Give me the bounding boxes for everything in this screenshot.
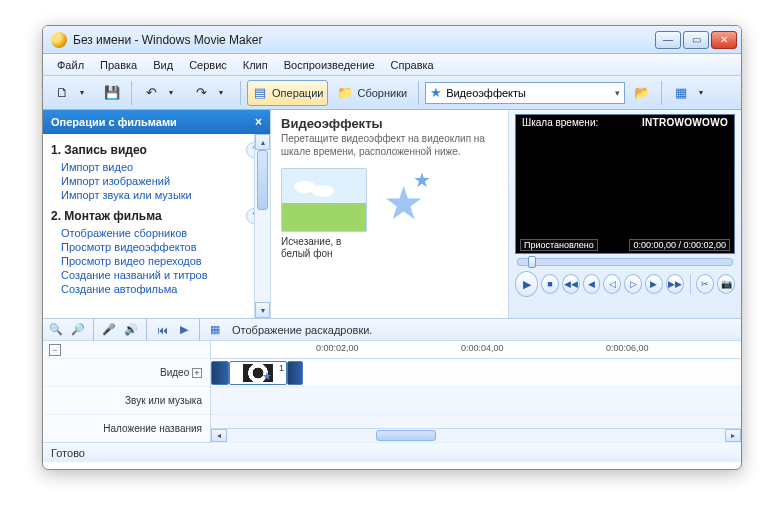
effect-name: Исчезание, в белый фон bbox=[281, 236, 373, 260]
next-button[interactable]: ▶▶ bbox=[666, 274, 684, 294]
audio-levels-button[interactable]: 🔊 bbox=[122, 321, 140, 339]
section-header[interactable]: 1. Запись видео ˄ bbox=[51, 140, 262, 160]
preview-monitor: Шкала времени: INTROWOWOWO Приостановлен… bbox=[515, 114, 735, 254]
menu-clip[interactable]: Клип bbox=[235, 56, 276, 74]
rewind-button[interactable]: ◀ bbox=[583, 274, 601, 294]
view-mode-button[interactable]: ▦▾ bbox=[668, 80, 714, 106]
chevron-down-icon: ▾ bbox=[615, 88, 620, 98]
star-icon: ★ bbox=[430, 85, 442, 100]
window-buttons: — ▭ ✕ bbox=[655, 31, 737, 49]
clip-third[interactable] bbox=[287, 361, 303, 385]
storyboard-label[interactable]: Отображение раскадровки. bbox=[232, 324, 372, 336]
location-combo[interactable]: ★ Видеоэффекты ▾ bbox=[425, 82, 625, 104]
redo-button[interactable]: ↷▾ bbox=[188, 80, 234, 106]
separator bbox=[93, 318, 94, 342]
chevron-down-icon: ▾ bbox=[213, 85, 229, 101]
seek-thumb[interactable] bbox=[528, 256, 536, 268]
video-track[interactable]: ★ bbox=[211, 359, 741, 387]
track-label-title: Наложение названия bbox=[43, 415, 210, 443]
step-fwd-button[interactable]: ▷ bbox=[624, 274, 642, 294]
scroll-left-icon[interactable]: ◂ bbox=[211, 429, 227, 442]
section-header[interactable]: 2. Монтаж фильма ˄ bbox=[51, 206, 262, 226]
tasks-scrollbar[interactable]: ▴ ▾ bbox=[254, 134, 270, 318]
menu-file[interactable]: Файл bbox=[49, 56, 92, 74]
save-button[interactable]: 💾 bbox=[99, 80, 125, 106]
folder-up-icon: 📂 bbox=[634, 85, 650, 101]
undo-button[interactable]: ↶▾ bbox=[138, 80, 184, 106]
track-label-video: Видео + bbox=[43, 359, 210, 387]
prev-button[interactable]: ◀◀ bbox=[562, 274, 580, 294]
zoom-out-button[interactable]: 🔎 bbox=[69, 321, 87, 339]
tracks-area: 0:00:02,00 0:00:04,00 0:00:06,00 ★ ◂ ▸ bbox=[211, 341, 741, 442]
time-tick: 0:00:02,00 bbox=[316, 343, 359, 353]
menu-help[interactable]: Справка bbox=[383, 56, 442, 74]
tasks-header-label: Операции с фильмами bbox=[51, 116, 177, 128]
task-automovie[interactable]: Создание автофильма bbox=[51, 282, 262, 296]
section-title: 2. Монтаж фильма bbox=[51, 209, 162, 223]
narrate-button[interactable]: 🎤 bbox=[100, 321, 118, 339]
zoom-in-button[interactable]: 🔍 bbox=[47, 321, 65, 339]
close-icon[interactable]: × bbox=[255, 115, 262, 129]
save-icon: 💾 bbox=[104, 85, 120, 101]
snapshot-button[interactable]: 📷 bbox=[717, 274, 735, 294]
storyboard-toggle[interactable]: ▦ bbox=[206, 321, 224, 339]
menu-tools[interactable]: Сервис bbox=[181, 56, 235, 74]
task-import-audio[interactable]: Импорт звука или музыки bbox=[51, 188, 262, 202]
separator bbox=[146, 318, 147, 342]
collections-button[interactable]: 📁Сборники bbox=[332, 80, 412, 106]
scroll-thumb[interactable] bbox=[376, 430, 436, 441]
new-project-button[interactable]: 🗋▾ bbox=[49, 80, 95, 106]
task-import-video[interactable]: Импорт видео bbox=[51, 160, 262, 174]
forward-button[interactable]: ▶ bbox=[645, 274, 663, 294]
task-view-transitions[interactable]: Просмотр видео переходов bbox=[51, 254, 262, 268]
separator bbox=[418, 81, 419, 105]
step-back-button[interactable]: ◁ bbox=[603, 274, 621, 294]
scroll-down-icon[interactable]: ▾ bbox=[255, 302, 270, 318]
preview-header: Шкала времени: INTROWOWOWO bbox=[516, 115, 734, 130]
stop-button[interactable]: ■ bbox=[541, 274, 559, 294]
seek-slider[interactable] bbox=[517, 258, 733, 266]
preview-state: Приостановлено bbox=[520, 239, 598, 251]
scroll-thumb[interactable] bbox=[257, 150, 268, 210]
menu-view[interactable]: Вид bbox=[145, 56, 181, 74]
content-title: Видеоэффекты bbox=[281, 116, 498, 131]
up-level-button[interactable]: 📂 bbox=[629, 80, 655, 106]
minimize-button[interactable]: — bbox=[655, 31, 681, 49]
undo-icon: ↶ bbox=[143, 85, 159, 101]
preview-footer: Приостановлено 0:00:00,00 / 0:00:02,00 bbox=[520, 239, 730, 251]
effect-item[interactable]: Исчезание, в белый фон bbox=[281, 168, 373, 260]
expand-icon[interactable]: + bbox=[192, 368, 202, 378]
task-view-effects[interactable]: Просмотр видеоэффектов bbox=[51, 240, 262, 254]
time-ruler[interactable]: 0:00:02,00 0:00:04,00 0:00:06,00 bbox=[211, 341, 741, 359]
maximize-button[interactable]: ▭ bbox=[683, 31, 709, 49]
preview-controls: ▶ ■ ◀◀ ◀ ◁ ▷ ▶ ▶▶ ✂ 📷 bbox=[515, 271, 735, 297]
clip-second[interactable]: ★ bbox=[229, 361, 287, 385]
close-button[interactable]: ✕ bbox=[711, 31, 737, 49]
menu-play[interactable]: Воспроизведение bbox=[276, 56, 383, 74]
collapse-button[interactable]: − bbox=[49, 344, 61, 356]
main-area: Операции с фильмами × 1. Запись видео ˄ … bbox=[43, 110, 741, 318]
audio-track[interactable] bbox=[211, 387, 741, 415]
status-text: Готово bbox=[51, 447, 85, 459]
chevron-down-icon: ▾ bbox=[163, 85, 179, 101]
tasks-button[interactable]: ▤Операции bbox=[247, 80, 328, 106]
effect-star-icon: ★ bbox=[262, 370, 272, 383]
play-button[interactable]: ▶ bbox=[515, 271, 538, 297]
play-timeline-button[interactable]: ▶ bbox=[175, 321, 193, 339]
separator bbox=[690, 274, 691, 294]
scroll-right-icon[interactable]: ▸ bbox=[725, 429, 741, 442]
scroll-up-icon[interactable]: ▴ bbox=[255, 134, 270, 150]
menu-edit[interactable]: Правка bbox=[92, 56, 145, 74]
clip-intro[interactable] bbox=[211, 361, 229, 385]
window-title: Без имени - Windows Movie Maker bbox=[73, 33, 655, 47]
task-import-pictures[interactable]: Импорт изображений bbox=[51, 174, 262, 188]
task-show-collections[interactable]: Отображение сборников bbox=[51, 226, 262, 240]
toolbar: 🗋▾ 💾 ↶▾ ↷▾ ▤Операции 📁Сборники ★ Видеоэф… bbox=[43, 76, 741, 110]
timeline-toolbar: 🔍 🔎 🎤 🔊 ⏮ ▶ ▦ Отображение раскадровки. bbox=[43, 318, 741, 340]
rewind-timeline-button[interactable]: ⏮ bbox=[153, 321, 171, 339]
split-button[interactable]: ✂ bbox=[696, 274, 714, 294]
scroll-track[interactable] bbox=[227, 429, 725, 442]
task-make-titles[interactable]: Создание названий и титров bbox=[51, 268, 262, 282]
effect-thumbnail bbox=[281, 168, 367, 232]
timeline-hscroll[interactable]: ◂ ▸ bbox=[211, 428, 741, 442]
